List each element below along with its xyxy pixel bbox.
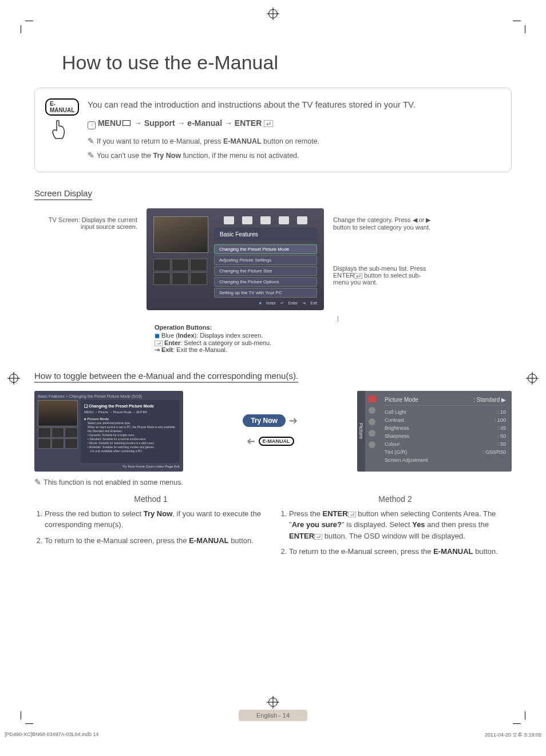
menu-path: ☟ MENU → Support → e-Manual → ENTER <box>88 117 501 129</box>
method-1: Method 1 Press the red button to select … <box>34 494 267 562</box>
submenu-item: Adjusting Picture Settings <box>214 255 317 265</box>
category-icon <box>242 216 252 224</box>
arrow-right-icon: ➔ <box>289 414 298 427</box>
page-title: How to use the e-Manual <box>62 52 512 74</box>
note-icon: ✎ <box>88 136 94 145</box>
submenu-item: Changing the Preset Picture Mode <box>214 244 317 254</box>
note-1: ✎If you want to return to e-Manual, pres… <box>88 135 501 147</box>
section-screen-display: Screen Display <box>34 188 92 200</box>
page-footer: English - 14 [PD490-XC]BN68-03497A-03L04… <box>0 710 546 739</box>
submenu-item: Setting up the TV with Your PC <box>214 288 317 298</box>
category-icon <box>224 216 234 224</box>
picture-tab: Picture <box>357 391 365 472</box>
toggle-note: ✎This function is not enabled in some me… <box>34 477 512 486</box>
method-2: Method 2 Press the ENTER button when sel… <box>279 494 512 562</box>
enter-icon <box>264 120 273 127</box>
toggle-arrows: Try Now ➔ ➔ E-MANUAL <box>189 391 351 472</box>
submenu-caption: Displays the sub-menu list. Press ENTER … <box>333 265 436 286</box>
section-toggle: How to toggle between the e-Manual and t… <box>34 371 298 383</box>
operation-buttons-legend: Operation Buttons: ◼ Blue (Index): Displ… <box>155 316 512 354</box>
emanual-screenshot: Basic Features Changing the Preset Pictu… <box>147 208 324 310</box>
enter-icon <box>354 273 362 279</box>
svg-rect-4 <box>314 534 322 540</box>
arrow-left-icon: ➔ <box>247 435 255 448</box>
enter-icon <box>314 534 322 540</box>
category-tabs <box>214 216 317 224</box>
operation-bar: ■ Index ↵ Enter ⇥ Exit <box>153 301 317 306</box>
enter-icon <box>155 341 163 346</box>
submenu-item: Changing the Picture Options <box>214 277 317 287</box>
emanual-remote-icon: E-MANUAL <box>45 98 78 161</box>
trynow-pill: Try Now <box>243 414 286 427</box>
footer-file: [PD490-XC]BN68-03497A-03L04.indb 14 <box>5 731 99 739</box>
svg-rect-1 <box>354 273 362 279</box>
remote-icon: ☟ <box>88 121 96 129</box>
svg-rect-0 <box>264 120 273 127</box>
emanual-detail-screenshot: Basic Features > Changing the Preset Pic… <box>34 391 183 472</box>
note-icon: ✎ <box>88 151 94 160</box>
category-icon <box>279 216 289 224</box>
tv-screen-caption: TV Screen: Displays the current input so… <box>34 208 137 230</box>
emanual-badge: E-MANUAL <box>259 437 294 446</box>
category-icon <box>297 216 307 224</box>
svg-rect-2 <box>155 341 163 346</box>
note-2: ✎You can't use the Try Now function, if … <box>88 149 501 161</box>
menu-icons <box>365 391 379 472</box>
svg-rect-3 <box>348 512 356 517</box>
intro-box: E-MANUAL You can read the introduction a… <box>34 88 512 172</box>
page-number-badge: English - 14 <box>239 710 307 721</box>
hand-press-icon <box>45 118 74 147</box>
right-captions: Change the category. Press ◀ or ▶ button… <box>333 208 436 286</box>
footer-date: 2011-04-20 오후 5:19:05 <box>485 731 541 739</box>
note-icon: ✎ <box>34 477 41 486</box>
osd-menu-screenshot: Picture Picture Mode: Standard ▶ Cell Li… <box>357 391 512 472</box>
tv-thumbnail <box>153 216 208 253</box>
submenu-item: Changing the Picture Size <box>214 266 317 276</box>
submenu-list: Changing the Preset Picture Mode Adjusti… <box>214 244 317 298</box>
intro-text: You can read the introduction and instru… <box>88 98 501 112</box>
category-caption: Change the category. Press ◀ or ▶ button… <box>333 216 436 231</box>
category-icon <box>260 216 271 224</box>
category-label: Basic Features <box>214 228 317 241</box>
exit-icon: ⇥ <box>155 346 160 353</box>
emanual-badge: E-MANUAL <box>45 98 79 116</box>
enter-icon <box>348 512 356 517</box>
